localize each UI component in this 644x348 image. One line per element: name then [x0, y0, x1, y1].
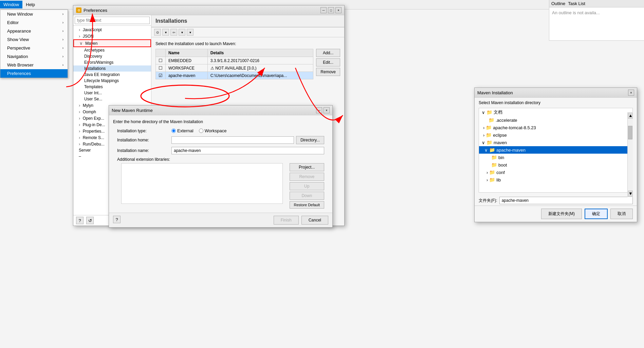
menu-show-view[interactable]: Show View ›	[0, 35, 68, 44]
new-folder-button[interactable]: 新建文件夹(M)	[541, 209, 582, 219]
tree-json[interactable]: › JSON	[73, 33, 151, 39]
workspace-radio[interactable]	[199, 129, 203, 133]
folder-label: boot	[498, 162, 507, 168]
table-row-selected[interactable]: apache-maven C:\Users\caomei\Documents\m…	[156, 72, 313, 79]
file-tree-item[interactable]: ∨ 📁 文档	[479, 108, 632, 116]
cancel-button[interactable]: Cancel	[301, 216, 328, 225]
tree-archetypes[interactable]: Archetypes	[73, 47, 151, 53]
add-button[interactable]: Add...	[316, 49, 340, 57]
menu-appearance[interactable]: Appearance ›	[0, 27, 68, 35]
maven-install-close[interactable]: ×	[628, 90, 634, 96]
menu-new-window[interactable]: New Window ›	[0, 10, 68, 18]
file-tree-item[interactable]: › 📁 lib	[479, 176, 632, 183]
external-radio[interactable]	[171, 129, 176, 133]
tree-installations[interactable]: Installations	[73, 65, 151, 72]
help-menu-item[interactable]: Help	[22, 1, 38, 8]
tree-errors-warnings[interactable]: Errors/Warnings	[73, 59, 151, 65]
row-checkbox[interactable]	[156, 72, 166, 79]
ok-button[interactable]: 确定	[585, 209, 608, 219]
file-tree-item[interactable]: › 📁 eclipse	[479, 131, 632, 139]
folder-path-input[interactable]	[499, 197, 633, 204]
tree-maven[interactable]: ∨ Maven	[73, 39, 151, 47]
workspace-radio-text: Workspace	[205, 128, 227, 133]
ext-remove-button[interactable]: Remove	[290, 173, 324, 181]
finish-button[interactable]: Finish	[274, 216, 299, 225]
menu-preferences[interactable]: Preferences	[0, 69, 68, 78]
scrollbar-vertical[interactable]: ▲ ▼	[627, 112, 633, 197]
menu-perspective[interactable]: Perspective ›	[0, 44, 68, 52]
nav-dropdown2[interactable]: ▾	[179, 29, 185, 36]
new-maven-desc: Enter the home directory of the Maven In…	[113, 119, 328, 124]
arrow-icon: ›	[62, 12, 63, 16]
tree-java-ee[interactable]: Java EE Integration	[73, 72, 151, 78]
file-tree-item[interactable]: › 📁 apache-tomcat-8.5.23	[479, 124, 632, 131]
tree-lifecycle[interactable]: Lifecycle Mappings	[73, 78, 151, 84]
close-button[interactable]: ×	[335, 7, 342, 13]
file-tree-item-selected[interactable]: ∨ 📁 apache-maven	[479, 146, 632, 154]
preferences-title: Preferences	[84, 8, 107, 13]
folder-icon: 📁	[491, 162, 497, 168]
installation-name-input[interactable]	[171, 147, 324, 154]
tree-user-se[interactable]: User Se...	[73, 96, 151, 102]
cancel-button[interactable]: 取消	[610, 209, 633, 219]
nav-dropdown1[interactable]: ▾	[162, 29, 169, 36]
scroll-thumb[interactable]	[628, 126, 632, 139]
maven-install-title-left: Maven Installation	[477, 90, 513, 95]
folder-label: apache-maven	[496, 148, 526, 153]
minimize-button[interactable]: ─	[320, 7, 327, 13]
new-maven-help[interactable]: ?	[113, 216, 121, 223]
task-list-tab[interactable]: Task List	[568, 1, 585, 6]
menu-editor[interactable]: Editor ›	[0, 18, 68, 27]
file-tree-item[interactable]: › 📁 conf	[479, 169, 632, 176]
edit-button[interactable]: Edit...	[316, 58, 340, 66]
new-maven-close[interactable]: ×	[324, 107, 330, 113]
installation-home-input[interactable]	[171, 136, 294, 144]
maven-install-titlebar: Maven Installation ×	[475, 88, 637, 98]
arrow-icon: ›	[62, 55, 63, 58]
nav-forward-button[interactable]: ⇦	[170, 29, 177, 36]
maven-install-footer: 新建文件夹(M) 确定 取消	[475, 206, 637, 222]
expand-icon: ›	[483, 125, 484, 130]
tree-templates[interactable]: Templates	[73, 84, 151, 90]
file-tree-item[interactable]: 📁 .accelerate	[479, 116, 632, 124]
remove-button[interactable]: Remove	[316, 68, 340, 76]
row-checkbox[interactable]	[156, 64, 166, 72]
library-buttons: Project... Remove Up Down Restore Defaul…	[290, 163, 324, 209]
row-checkbox[interactable]	[156, 57, 166, 64]
col-checkbox	[156, 49, 166, 57]
file-tree-item[interactable]: 📁 boot	[479, 161, 632, 169]
file-tree-item[interactable]: ∨ 📁 maven	[479, 139, 632, 146]
tree-user-int[interactable]: User Int...	[73, 90, 151, 96]
nav-back-button[interactable]: ⊙	[154, 29, 161, 36]
scroll-up[interactable]: ▲	[628, 113, 633, 119]
nav-more[interactable]: ▾	[187, 29, 194, 36]
folder-icon: 📁	[486, 125, 492, 130]
ext-libraries-area	[121, 163, 283, 204]
workspace-radio-label: Workspace	[199, 128, 227, 133]
tree-discovery[interactable]: Discovery	[73, 53, 151, 59]
new-maven-footer: ? Finish Cancel	[109, 213, 332, 227]
file-tree-item[interactable]: 📁 bin	[479, 154, 632, 161]
col-details: Details	[207, 49, 313, 57]
scroll-down[interactable]: ▼	[628, 191, 633, 197]
table-row[interactable]: WORKSPACE ⚠ NOT AVAILABLE [3.0,)	[156, 64, 313, 72]
expand-icon: ∨	[484, 148, 488, 153]
down-button[interactable]: Down	[290, 192, 324, 200]
window-menu-item[interactable]: Window	[0, 1, 22, 8]
up-button[interactable]: Up	[290, 182, 324, 190]
project-button[interactable]: Project...	[290, 163, 324, 171]
folder-label: .accelerate	[496, 118, 517, 123]
restore-defaults-button[interactable]: ↺	[86, 217, 94, 224]
menu-navigation[interactable]: Navigation ›	[0, 52, 68, 61]
new-maven-minimize[interactable]: ─	[316, 107, 322, 113]
search-input[interactable]	[75, 17, 150, 24]
restore-default-button[interactable]: Restore Default	[290, 201, 324, 209]
table-row[interactable]: EMBEDDED 3.3.9/1.8.2.20171007-0216	[156, 57, 313, 64]
maximize-button[interactable]: □	[328, 7, 334, 13]
help-button[interactable]: ?	[76, 217, 84, 224]
tree-javascript[interactable]: › JavaScript	[73, 26, 151, 33]
directory-button[interactable]: Directory...	[296, 136, 324, 144]
outline-content: An outline is not availa...	[549, 7, 644, 18]
outline-tab[interactable]: Outline	[551, 1, 565, 6]
menu-web-browser[interactable]: Web Browser ›	[0, 61, 68, 69]
